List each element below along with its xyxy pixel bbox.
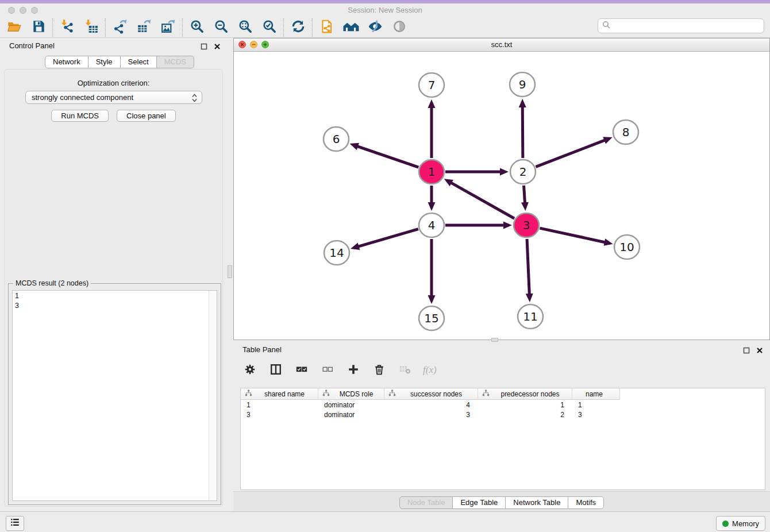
tab-network[interactable]: Network: [45, 56, 88, 68]
zoom-in-button[interactable]: [188, 19, 206, 36]
network-canvas[interactable]: 1234678910111415: [234, 52, 769, 340]
network-graph[interactable]: 1234678910111415: [234, 52, 769, 341]
edge-2-3[interactable]: [524, 186, 525, 203]
mcds-result-list[interactable]: 1 3: [12, 290, 217, 501]
table-cell[interactable]: 4: [384, 401, 478, 409]
graph-node-8[interactable]: 8: [613, 120, 638, 144]
edge-2-8[interactable]: [536, 140, 605, 167]
open-folder-button[interactable]: [6, 19, 23, 36]
table-cell[interactable]: 3: [572, 411, 620, 419]
session-home-button[interactable]: [342, 19, 360, 36]
optimization-criterion-select[interactable]: strongly connected component: [25, 91, 202, 104]
graph-node-6[interactable]: 6: [324, 127, 349, 151]
float-table-panel-icon[interactable]: [742, 346, 750, 354]
add-column-button[interactable]: [345, 362, 362, 379]
tab-motifs[interactable]: Motifs: [568, 496, 604, 509]
import-table-button[interactable]: [83, 19, 100, 36]
show-disabled-icon: [392, 19, 407, 36]
graph-node-1[interactable]: 1: [419, 160, 444, 184]
graph-node-11[interactable]: 11: [518, 304, 543, 329]
tab-network-table[interactable]: Network Table: [506, 496, 568, 509]
node-table[interactable]: shared nameMCDS rolesuccessor nodesprede…: [240, 388, 765, 490]
close-panel-button[interactable]: Close panel: [117, 110, 176, 122]
show-disabled-button[interactable]: [391, 19, 408, 36]
task-history-button[interactable]: [6, 516, 24, 531]
result-scrollbar[interactable]: [209, 291, 217, 500]
graph-node-15[interactable]: 15: [419, 306, 444, 330]
graph-node-10[interactable]: 10: [614, 235, 640, 259]
table-settings-button[interactable]: [241, 362, 259, 379]
graph-node-4[interactable]: 4: [419, 213, 444, 237]
network-minimize-icon[interactable]: [250, 41, 257, 48]
column-type-icon: [482, 390, 490, 398]
node-label: 8: [622, 125, 630, 139]
network-close-icon[interactable]: [238, 41, 246, 48]
node-label: 1: [428, 165, 436, 179]
graph-node-3[interactable]: 3: [514, 213, 539, 237]
run-mcds-button[interactable]: Run MCDS: [51, 110, 109, 122]
tab-edge-table[interactable]: Edge Table: [453, 496, 506, 509]
graph-node-7[interactable]: 7: [419, 73, 444, 97]
close-table-panel-icon[interactable]: [756, 346, 763, 354]
tab-node-table[interactable]: Node Table: [399, 496, 453, 509]
select-all-button[interactable]: [293, 362, 310, 379]
table-cell[interactable]: dominator: [318, 401, 384, 409]
zoom-fit-button[interactable]: [237, 19, 254, 36]
memory-button[interactable]: Memory: [716, 516, 765, 531]
import-network-button[interactable]: [59, 19, 76, 36]
network-window-titlebar[interactable]: scc.txt: [234, 38, 769, 52]
table-row[interactable]: 1dominator411: [241, 400, 765, 410]
graph-node-14[interactable]: 14: [324, 241, 349, 265]
edge-3-1[interactable]: [451, 183, 514, 219]
network-maximize-icon[interactable]: [261, 41, 269, 48]
search-input[interactable]: [613, 20, 764, 32]
edge-3-11[interactable]: [527, 239, 529, 295]
table-settings-icon: [244, 363, 256, 378]
edge-2-9[interactable]: [522, 106, 523, 158]
table-cell[interactable]: 1: [241, 401, 318, 409]
zoom-out-button[interactable]: [213, 19, 230, 36]
column-header-name[interactable]: name: [572, 388, 620, 400]
column-header-successor-nodes[interactable]: successor nodes: [384, 388, 478, 400]
splitter-handle-horizontal[interactable]: [491, 338, 498, 342]
column-header-shared-name[interactable]: shared name: [241, 388, 318, 400]
table-row[interactable]: 3dominator323: [241, 410, 765, 419]
table-cell[interactable]: 1: [572, 401, 620, 409]
memory-status-icon: [722, 521, 729, 527]
tab-mcds[interactable]: MCDS: [157, 56, 194, 68]
edge-3-10[interactable]: [540, 228, 605, 242]
clone-network-button[interactable]: [318, 19, 336, 36]
search-box[interactable]: [598, 18, 764, 33]
zoom-selected-button[interactable]: [261, 19, 278, 36]
save-session-button[interactable]: [30, 19, 47, 36]
table-cell[interactable]: 2: [478, 411, 572, 419]
tab-select[interactable]: Select: [121, 56, 157, 68]
edge-1-6[interactable]: [357, 146, 418, 167]
graph-node-9[interactable]: 9: [510, 72, 535, 97]
export-table-icon: [137, 19, 152, 36]
export-table-button[interactable]: [136, 19, 153, 36]
splitter-handle-vertical[interactable]: [228, 265, 232, 278]
tab-style[interactable]: Style: [88, 56, 121, 68]
table-cell[interactable]: 3: [241, 411, 318, 419]
minimize-window-button[interactable]: [20, 7, 26, 14]
hide-panel-button[interactable]: [367, 19, 384, 36]
edge-4-14[interactable]: [357, 229, 418, 247]
delete-column-button[interactable]: [371, 362, 388, 379]
float-panel-icon[interactable]: [200, 43, 207, 50]
table-cell[interactable]: 1: [478, 401, 572, 409]
deselect-all-button[interactable]: [319, 362, 336, 379]
window-traffic-lights[interactable]: [8, 7, 38, 14]
column-header-predecessor-nodes[interactable]: predecessor nodes: [478, 388, 572, 400]
table-cell[interactable]: 3: [384, 411, 478, 419]
split-panel-button[interactable]: [267, 362, 284, 379]
close-panel-icon[interactable]: [213, 43, 221, 50]
export-image-button[interactable]: [160, 19, 177, 36]
refresh-layout-button[interactable]: [290, 19, 307, 36]
export-network-button[interactable]: [111, 19, 129, 36]
graph-node-2[interactable]: 2: [510, 160, 536, 184]
table-cell[interactable]: dominator: [318, 411, 384, 419]
zoom-window-button[interactable]: [31, 7, 38, 14]
close-window-button[interactable]: [8, 7, 15, 14]
column-header-mcds-role[interactable]: MCDS role: [318, 388, 384, 400]
